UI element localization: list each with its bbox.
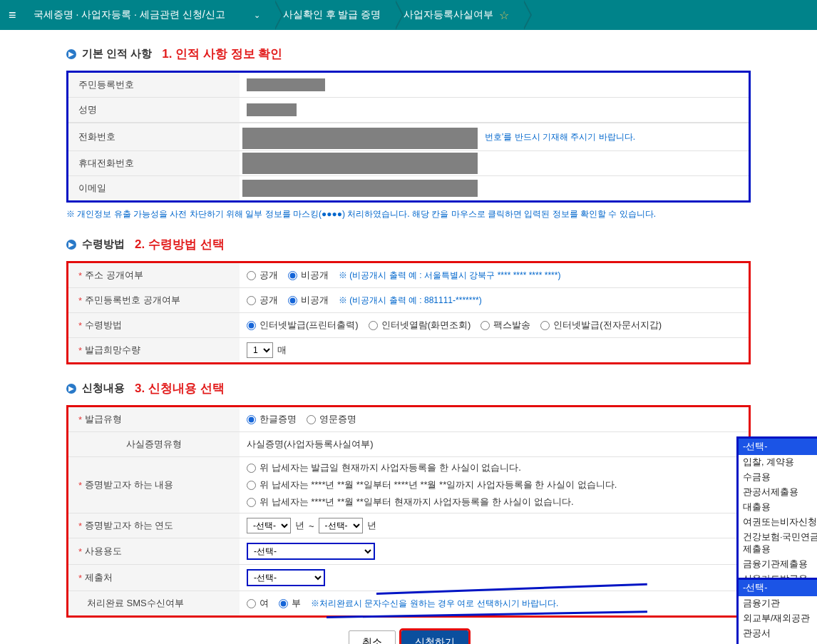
section-title-apply: ▶ 신청내용 3. 신청내용 선택 bbox=[66, 380, 751, 397]
radio-method-fax[interactable]: 팩스발송 bbox=[481, 319, 530, 332]
purpose-option[interactable]: 입찰, 계약용 bbox=[739, 455, 817, 470]
label-phone: 전화번호 bbox=[78, 131, 115, 143]
submit-option[interactable]: 관공서 bbox=[739, 626, 817, 641]
section2-annotation: 2. 수령방법 선택 bbox=[135, 236, 225, 252]
label-cert-year: *증명받고자 하는 연도 bbox=[68, 513, 240, 538]
apply-content-box: *발급유형 한글증명 영문증명 사실증명유형 사실증명(사업자등록사실여부) *… bbox=[66, 405, 751, 618]
radio-sms-yes[interactable]: 여 bbox=[247, 597, 269, 610]
label-email: 이메일 bbox=[68, 176, 240, 200]
section-title-receive: ▶ 수령방법 2. 수령방법 선택 bbox=[66, 236, 751, 252]
submit-option[interactable]: 조합/협회 bbox=[739, 641, 817, 644]
addr-hint: ※ (비공개시 출력 예 : 서울특별시 강북구 **** **** **** … bbox=[339, 270, 560, 282]
section3-title-text: 신청내용 bbox=[82, 382, 125, 395]
label-addr-public: *주소 공개여부 bbox=[68, 263, 240, 287]
rrn-hint: ※ (비공개시 출력 예 : 881111-*******) bbox=[339, 295, 482, 307]
radio-addr-public[interactable]: 공개 bbox=[247, 269, 278, 282]
radio-rrn-public[interactable]: 공개 bbox=[247, 294, 278, 307]
submit-options-header: -선택- bbox=[739, 580, 817, 596]
radio-method-ewallet[interactable]: 인터넷발급(전자문서지갑) bbox=[540, 319, 662, 332]
label-rrn: 주민등록번호 bbox=[68, 73, 240, 97]
breadcrumb-level2-label: 사실확인 후 발급 증명 bbox=[283, 9, 381, 21]
submit-option[interactable]: 금융기관 bbox=[739, 596, 817, 611]
breadcrumb-level1-label: 국세증명 · 사업자등록 · 세금관련 신청/신고 bbox=[34, 9, 225, 21]
label-fact-type: 사실증명유형 bbox=[68, 432, 240, 456]
section1-annotation: 1. 인적 사항 정보 확인 bbox=[162, 46, 282, 62]
radio-sms-no[interactable]: 부 bbox=[279, 597, 301, 610]
purpose-option[interactable]: 수금용 bbox=[739, 470, 817, 485]
section3-annotation: 3. 신청내용 선택 bbox=[135, 380, 225, 397]
receive-method-box: *주소 공개여부 공개 비공개 ※ (비공개시 출력 예 : 서울특별시 강북구… bbox=[66, 261, 751, 364]
label-submit-to: *제출처 bbox=[68, 565, 240, 591]
bullet-icon: ▶ bbox=[66, 384, 76, 394]
year-tilde: ~ bbox=[309, 521, 314, 531]
phone-hint: 번호'를 반드시 기재해 주시기 바랍니다. bbox=[485, 131, 635, 143]
bullet-icon: ▶ bbox=[66, 49, 76, 59]
purpose-option[interactable]: 건강보험·국민연금공단제출용 bbox=[739, 530, 817, 557]
submit-option[interactable]: 외교부/재외공관 bbox=[739, 611, 817, 626]
breadcrumb-level2[interactable]: 사실확인 후 발급 증명 bbox=[274, 0, 396, 30]
fact-type-value: 사실증명(사업자등록사실여부) bbox=[247, 438, 374, 451]
radio-addr-private[interactable]: 비공개 bbox=[288, 269, 329, 282]
apply-button[interactable]: 신청하기 bbox=[401, 630, 468, 644]
purpose-option[interactable]: 금융기관제출용 bbox=[739, 557, 817, 572]
label-issue-type: *발급유형 bbox=[68, 407, 240, 431]
select-year-to[interactable]: -선택- bbox=[319, 518, 363, 533]
personal-info-box: 주민등록번호 성명 전화번호 번호'를 반드시 기재해 주시기 바랍니다. 휴대… bbox=[66, 71, 751, 203]
breadcrumb-level3-label: 사업자등록사실여부 bbox=[404, 9, 493, 21]
year-unit-1: 년 bbox=[295, 519, 304, 532]
radio-method-print[interactable]: 인터넷발급(프린터출력) bbox=[247, 319, 359, 332]
label-mobile: 휴대전화번호 bbox=[68, 151, 240, 175]
breadcrumb-level3[interactable]: 사업자등록사실여부 ☆ bbox=[395, 0, 523, 30]
radio-content-2[interactable]: 위 납세자는 ****년 **월 **일부터 ****년 **월 **일까지 사… bbox=[247, 479, 617, 491]
radio-content-3[interactable]: 위 납세자는 ****년 **월 **일부터 현재까지 사업자등록을 한 사실이… bbox=[247, 496, 617, 508]
section1-title-text: 기본 인적 사항 bbox=[82, 47, 152, 61]
label-sms: 처리완료 SMS수신여부 bbox=[68, 591, 240, 615]
year-unit-2: 년 bbox=[367, 519, 376, 532]
submit-options-panel: -선택- 금융기관외교부/재외공관관공서조합/협회거래처학교기타 bbox=[736, 578, 817, 644]
masked-mobile[interactable] bbox=[242, 153, 478, 174]
select-purpose[interactable]: -선택- bbox=[247, 543, 375, 560]
button-bar: 취소 신청하기 bbox=[66, 630, 751, 644]
radio-content-1[interactable]: 위 납세자는 발급일 현재까지 사업자등록을 한 사실이 없습니다. bbox=[247, 461, 617, 474]
label-rrn-public: *주민등록번호 공개여부 bbox=[68, 288, 240, 312]
cancel-button[interactable]: 취소 bbox=[349, 630, 396, 644]
label-name: 성명 bbox=[68, 98, 240, 122]
menu-icon[interactable]: ≡ bbox=[9, 8, 16, 23]
masked-phone[interactable] bbox=[242, 128, 478, 149]
section-title-personal: ▶ 기본 인적 사항 1. 인적 사항 정보 확인 bbox=[66, 46, 751, 62]
radio-korean-cert[interactable]: 한글증명 bbox=[247, 413, 297, 426]
masked-name[interactable] bbox=[247, 103, 297, 116]
personal-footnote: ※ 개인정보 유출 가능성을 사전 차단하기 위해 일부 정보를 마스킹(●●●… bbox=[66, 208, 751, 220]
section2-title-text: 수령방법 bbox=[82, 237, 125, 251]
sms-hint: ※처리완료시 문자수신을 원하는 경우 여로 선택하시기 바랍니다. bbox=[311, 598, 558, 610]
select-year-from[interactable]: -선택- bbox=[247, 518, 291, 533]
select-submit-to[interactable]: -선택- bbox=[247, 569, 325, 586]
breadcrumb-level1[interactable]: 국세증명 · 사업자등록 · 세금관련 신청/신고 ⌄ bbox=[25, 0, 274, 30]
label-method: *수령방법 bbox=[68, 313, 240, 337]
top-breadcrumb-bar: ≡ 국세증명 · 사업자등록 · 세금관련 신청/신고 ⌄ 사실확인 후 발급 … bbox=[0, 0, 817, 30]
purpose-option[interactable]: 관공서제출용 bbox=[739, 485, 817, 500]
purpose-option[interactable]: 여권또는비자신청용 bbox=[739, 515, 817, 530]
masked-email[interactable] bbox=[242, 180, 478, 197]
masked-rrn[interactable] bbox=[247, 78, 325, 91]
label-cert-content: *증명받고자 하는 내용 bbox=[68, 457, 240, 513]
bullet-icon: ▶ bbox=[66, 240, 76, 250]
radio-english-cert[interactable]: 영문증명 bbox=[307, 413, 356, 426]
purpose-options-header: -선택- bbox=[739, 439, 817, 455]
label-quantity: *발급희망수량 bbox=[68, 338, 240, 362]
label-purpose: *사용용도 bbox=[68, 538, 240, 564]
radio-rrn-private[interactable]: 비공개 bbox=[288, 294, 329, 307]
radio-method-view[interactable]: 인터넷열람(화면조회) bbox=[369, 319, 471, 332]
purpose-option[interactable]: 대출용 bbox=[739, 500, 817, 515]
qty-unit: 매 bbox=[277, 344, 287, 357]
select-quantity[interactable]: 1 bbox=[247, 342, 273, 358]
star-icon[interactable]: ☆ bbox=[499, 9, 509, 22]
chevron-down-icon: ⌄ bbox=[254, 11, 260, 20]
